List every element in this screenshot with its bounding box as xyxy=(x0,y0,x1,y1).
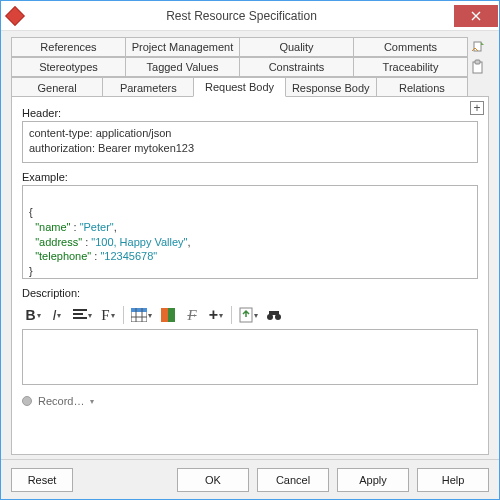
example-input[interactable]: { "name" : "Peter", "address" : "100, Ha… xyxy=(22,185,478,279)
tab-traceability[interactable]: Traceability xyxy=(353,57,468,77)
svg-rect-4 xyxy=(131,308,147,312)
table-icon xyxy=(131,308,147,322)
close-icon xyxy=(471,11,481,21)
bold-button[interactable]: B▾ xyxy=(22,304,44,326)
header-label: Header: xyxy=(22,107,478,119)
app-icon-slot xyxy=(1,9,29,23)
tab-references[interactable]: References xyxy=(11,37,126,57)
tab-stereotypes[interactable]: Stereotypes xyxy=(11,57,126,77)
dialog-window: Rest Resource Specification References P… xyxy=(0,0,500,500)
tabs: References Project Management Quality Co… xyxy=(11,37,467,97)
help-button[interactable]: Help xyxy=(417,468,489,492)
svg-rect-2 xyxy=(475,60,480,64)
svg-rect-6 xyxy=(168,308,175,322)
clipboard-icon[interactable] xyxy=(470,59,486,75)
window-title: Rest Resource Specification xyxy=(29,9,454,23)
separator xyxy=(231,306,232,324)
tab-row-2: Stereotypes Tagged Values Constraints Tr… xyxy=(11,57,467,77)
tab-area: References Project Management Quality Co… xyxy=(11,37,489,97)
json-open: { xyxy=(29,206,33,218)
export-icon xyxy=(239,307,253,323)
chevron-down-icon: ▾ xyxy=(111,311,115,320)
add-button[interactable]: + xyxy=(470,101,484,115)
separator xyxy=(123,306,124,324)
chevron-down-icon: ▾ xyxy=(37,311,41,320)
export-button[interactable]: ▾ xyxy=(236,304,261,326)
apply-button[interactable]: Apply xyxy=(337,468,409,492)
plus-icon: + xyxy=(209,306,218,324)
app-icon xyxy=(5,6,25,26)
italic-button[interactable]: I▾ xyxy=(46,304,68,326)
insert-button[interactable]: +▾ xyxy=(205,304,227,326)
header-input[interactable] xyxy=(22,121,478,163)
example-label: Example: xyxy=(22,171,478,183)
chevron-down-icon: ▾ xyxy=(57,311,61,320)
chevron-down-icon: ▾ xyxy=(219,311,223,320)
tab-tagged-values[interactable]: Tagged Values xyxy=(125,57,240,77)
chevron-down-icon: ▾ xyxy=(148,311,152,320)
rte-toolbar: B▾ I▾ ▾ F▾ ▾ F +▾ ▾ xyxy=(22,303,478,327)
highlight-button[interactable] xyxy=(157,304,179,326)
tab-row-1: References Project Management Quality Co… xyxy=(11,37,467,57)
align-button[interactable]: ▾ xyxy=(70,304,95,326)
cancel-button[interactable]: Cancel xyxy=(257,468,329,492)
button-bar: Reset OK Cancel Apply Help xyxy=(1,459,499,499)
tab-general[interactable]: General xyxy=(11,77,103,97)
clear-format-button[interactable]: F xyxy=(181,304,203,326)
json-close: } xyxy=(29,265,33,277)
description-label: Description: xyxy=(22,287,478,299)
tab-row-3: General Parameters Request Body Response… xyxy=(11,77,467,97)
align-icon xyxy=(73,309,87,321)
side-icon-column xyxy=(467,37,489,75)
dialog-body: References Project Management Quality Co… xyxy=(1,31,499,459)
tab-project-management[interactable]: Project Management xyxy=(125,37,240,57)
font-button[interactable]: F▾ xyxy=(97,304,119,326)
svg-rect-10 xyxy=(269,311,279,315)
binoculars-icon xyxy=(266,308,282,322)
tab-response-body[interactable]: Response Body xyxy=(285,77,377,97)
highlight-icon xyxy=(161,308,175,322)
tab-constraints[interactable]: Constraints xyxy=(239,57,354,77)
reset-button[interactable]: Reset xyxy=(11,468,73,492)
svg-rect-0 xyxy=(474,42,481,51)
ok-button[interactable]: OK xyxy=(177,468,249,492)
record-row[interactable]: Record… ▾ xyxy=(22,395,478,407)
tab-request-body[interactable]: Request Body xyxy=(193,77,285,97)
chevron-down-icon: ▾ xyxy=(88,311,92,320)
table-button[interactable]: ▾ xyxy=(128,304,155,326)
tab-comments[interactable]: Comments xyxy=(353,37,468,57)
record-icon xyxy=(22,396,32,406)
tab-relations[interactable]: Relations xyxy=(376,77,468,97)
titlebar: Rest Resource Specification xyxy=(1,1,499,31)
request-body-panel: + Header: Example: { "name" : "Peter", "… xyxy=(11,96,489,455)
browse-icon[interactable] xyxy=(470,39,486,55)
chevron-down-icon: ▾ xyxy=(90,397,94,406)
find-button[interactable] xyxy=(263,304,285,326)
tab-quality[interactable]: Quality xyxy=(239,37,354,57)
description-input[interactable] xyxy=(22,329,478,385)
close-button[interactable] xyxy=(454,5,498,27)
tab-parameters[interactable]: Parameters xyxy=(102,77,194,97)
chevron-down-icon: ▾ xyxy=(254,311,258,320)
record-label: Record… xyxy=(38,395,84,407)
